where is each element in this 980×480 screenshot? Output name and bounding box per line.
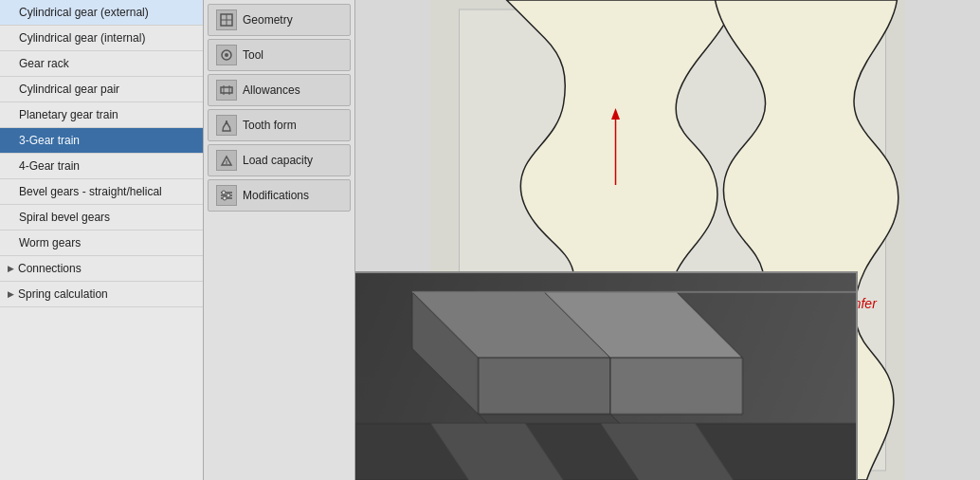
tooth-form-button[interactable]: Tooth form [208, 109, 351, 141]
modifications-button[interactable]: Modifications [208, 179, 351, 212]
svg-point-4 [225, 53, 228, 57]
svg-point-14 [223, 196, 227, 200]
tooth-form-icon [216, 115, 237, 136]
sidebar-item-worm-gears[interactable]: Worm gears [0, 231, 203, 256]
modifications-icon [216, 185, 237, 206]
sidebar-item-gear-rack[interactable]: Gear rack [0, 51, 203, 77]
load-capacity-label: Load capacity [243, 154, 313, 167]
middle-panel: Geometry Tool Allowances [204, 0, 355, 480]
load-capacity-icon [216, 150, 237, 171]
geometry-icon [216, 9, 237, 30]
sidebar-group-spring-calc-label: Spring calculation [18, 286, 108, 303]
allowances-icon [216, 80, 237, 101]
sidebar-item-spiral-bevel[interactable]: Spiral bevel gears [0, 205, 203, 231]
sidebar-group-connections-label: Connections [18, 260, 82, 277]
svg-point-13 [227, 194, 230, 197]
allowances-button[interactable]: Allowances [208, 74, 351, 106]
sidebar-item-3-gear-train[interactable]: 3-Gear train [0, 128, 203, 154]
3d-gear-overlay [355, 271, 858, 480]
tool-button[interactable]: Tool [208, 39, 351, 71]
sidebar-item-cylindrical-ext[interactable]: Cylindrical gear (external) [0, 0, 203, 26]
sidebar-group-spring-calc[interactable]: ▶ Spring calculation [0, 282, 203, 307]
sidebar-item-cylindrical-pair[interactable]: Cylindrical gear pair [0, 77, 203, 102]
sidebar-item-4-gear-train[interactable]: 4-Gear train [0, 154, 203, 179]
svg-rect-5 [221, 87, 232, 93]
tool-label: Tool [243, 48, 263, 62]
sidebar: Cylindrical gear (external) Cylindrical … [0, 0, 204, 480]
connections-arrow: ▶ [8, 260, 14, 277]
spring-calc-arrow: ▶ [8, 286, 14, 303]
sidebar-item-bevel-gears[interactable]: Bevel gears - straight/helical [0, 179, 203, 205]
3d-gear-canvas [355, 273, 856, 480]
allowances-label: Allowances [243, 83, 300, 97]
load-capacity-button[interactable]: Load capacity [208, 144, 351, 176]
viz-area: Addendum Chamfer [355, 0, 980, 480]
svg-point-12 [222, 191, 226, 194]
tooth-form-label: Tooth form [243, 119, 297, 132]
sidebar-item-planetary[interactable]: Planetary gear train [0, 102, 203, 128]
sidebar-group-connections[interactable]: ▶ Connections [0, 256, 203, 282]
tool-icon [216, 45, 237, 65]
geometry-label: Geometry [243, 13, 293, 27]
sidebar-item-cylindrical-int[interactable]: Cylindrical gear (internal) [0, 26, 203, 51]
main-container: Cylindrical gear (external) Cylindrical … [0, 0, 980, 480]
modifications-label: Modifications [243, 189, 309, 202]
geometry-button[interactable]: Geometry [208, 4, 351, 36]
